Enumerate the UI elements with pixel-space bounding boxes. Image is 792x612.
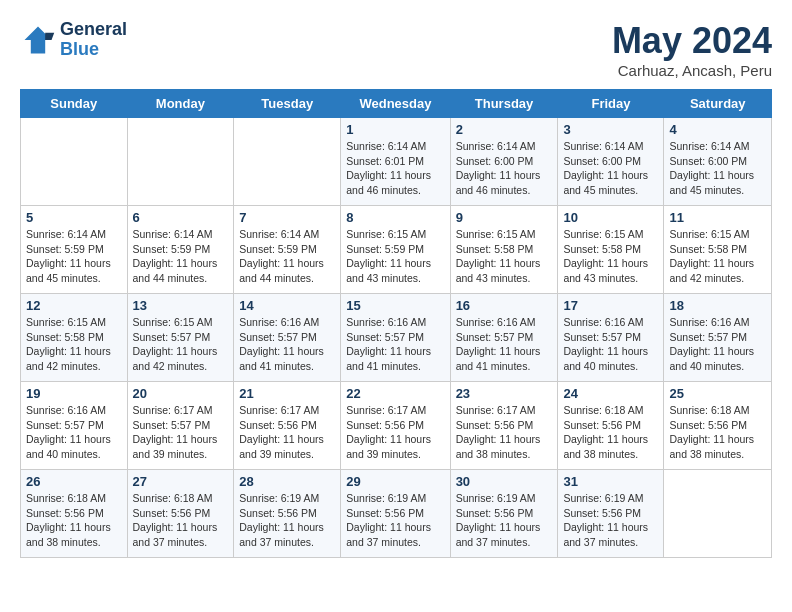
- calendar-cell: 12Sunrise: 6:15 AM Sunset: 5:58 PM Dayli…: [21, 294, 128, 382]
- calendar-week-row: 12Sunrise: 6:15 AM Sunset: 5:58 PM Dayli…: [21, 294, 772, 382]
- weekday-header: Thursday: [450, 90, 558, 118]
- calendar-cell: 19Sunrise: 6:16 AM Sunset: 5:57 PM Dayli…: [21, 382, 128, 470]
- day-number: 26: [26, 474, 122, 489]
- day-info: Sunrise: 6:18 AM Sunset: 5:56 PM Dayligh…: [133, 491, 229, 550]
- logo-line2: Blue: [60, 40, 127, 60]
- day-number: 14: [239, 298, 335, 313]
- day-number: 1: [346, 122, 444, 137]
- calendar-week-row: 19Sunrise: 6:16 AM Sunset: 5:57 PM Dayli…: [21, 382, 772, 470]
- logo-text: General Blue: [60, 20, 127, 60]
- day-number: 24: [563, 386, 658, 401]
- day-number: 5: [26, 210, 122, 225]
- weekday-header: Friday: [558, 90, 664, 118]
- day-info: Sunrise: 6:17 AM Sunset: 5:56 PM Dayligh…: [346, 403, 444, 462]
- calendar-cell: 31Sunrise: 6:19 AM Sunset: 5:56 PM Dayli…: [558, 470, 664, 558]
- day-info: Sunrise: 6:17 AM Sunset: 5:56 PM Dayligh…: [239, 403, 335, 462]
- calendar-cell: 10Sunrise: 6:15 AM Sunset: 5:58 PM Dayli…: [558, 206, 664, 294]
- calendar-cell: 18Sunrise: 6:16 AM Sunset: 5:57 PM Dayli…: [664, 294, 772, 382]
- day-number: 15: [346, 298, 444, 313]
- day-number: 12: [26, 298, 122, 313]
- day-info: Sunrise: 6:15 AM Sunset: 5:58 PM Dayligh…: [563, 227, 658, 286]
- day-info: Sunrise: 6:14 AM Sunset: 6:00 PM Dayligh…: [669, 139, 766, 198]
- calendar-cell: 27Sunrise: 6:18 AM Sunset: 5:56 PM Dayli…: [127, 470, 234, 558]
- calendar-cell: [127, 118, 234, 206]
- calendar-cell: 2Sunrise: 6:14 AM Sunset: 6:00 PM Daylig…: [450, 118, 558, 206]
- day-number: 9: [456, 210, 553, 225]
- day-number: 25: [669, 386, 766, 401]
- title-block: May 2024 Carhuaz, Ancash, Peru: [612, 20, 772, 79]
- weekday-header: Sunday: [21, 90, 128, 118]
- logo: General Blue: [20, 20, 127, 60]
- calendar-cell: 3Sunrise: 6:14 AM Sunset: 6:00 PM Daylig…: [558, 118, 664, 206]
- calendar-cell: 15Sunrise: 6:16 AM Sunset: 5:57 PM Dayli…: [341, 294, 450, 382]
- calendar-cell: 8Sunrise: 6:15 AM Sunset: 5:59 PM Daylig…: [341, 206, 450, 294]
- day-number: 31: [563, 474, 658, 489]
- day-number: 6: [133, 210, 229, 225]
- day-info: Sunrise: 6:18 AM Sunset: 5:56 PM Dayligh…: [563, 403, 658, 462]
- day-number: 23: [456, 386, 553, 401]
- location-subtitle: Carhuaz, Ancash, Peru: [612, 62, 772, 79]
- day-info: Sunrise: 6:15 AM Sunset: 5:58 PM Dayligh…: [26, 315, 122, 374]
- calendar-cell: 29Sunrise: 6:19 AM Sunset: 5:56 PM Dayli…: [341, 470, 450, 558]
- day-number: 20: [133, 386, 229, 401]
- day-number: 7: [239, 210, 335, 225]
- day-number: 19: [26, 386, 122, 401]
- day-info: Sunrise: 6:16 AM Sunset: 5:57 PM Dayligh…: [456, 315, 553, 374]
- svg-marker-1: [45, 33, 54, 40]
- calendar-cell: 9Sunrise: 6:15 AM Sunset: 5:58 PM Daylig…: [450, 206, 558, 294]
- calendar-cell: 14Sunrise: 6:16 AM Sunset: 5:57 PM Dayli…: [234, 294, 341, 382]
- calendar-cell: [21, 118, 128, 206]
- calendar-cell: 24Sunrise: 6:18 AM Sunset: 5:56 PM Dayli…: [558, 382, 664, 470]
- day-number: 11: [669, 210, 766, 225]
- page-header: General Blue May 2024 Carhuaz, Ancash, P…: [20, 20, 772, 79]
- day-number: 2: [456, 122, 553, 137]
- calendar-cell: 26Sunrise: 6:18 AM Sunset: 5:56 PM Dayli…: [21, 470, 128, 558]
- day-info: Sunrise: 6:16 AM Sunset: 5:57 PM Dayligh…: [346, 315, 444, 374]
- calendar-week-row: 5Sunrise: 6:14 AM Sunset: 5:59 PM Daylig…: [21, 206, 772, 294]
- calendar-cell: [664, 470, 772, 558]
- calendar-cell: 1Sunrise: 6:14 AM Sunset: 6:01 PM Daylig…: [341, 118, 450, 206]
- calendar-cell: 17Sunrise: 6:16 AM Sunset: 5:57 PM Dayli…: [558, 294, 664, 382]
- day-info: Sunrise: 6:15 AM Sunset: 5:58 PM Dayligh…: [456, 227, 553, 286]
- day-number: 21: [239, 386, 335, 401]
- day-number: 13: [133, 298, 229, 313]
- calendar-cell: 22Sunrise: 6:17 AM Sunset: 5:56 PM Dayli…: [341, 382, 450, 470]
- day-info: Sunrise: 6:14 AM Sunset: 5:59 PM Dayligh…: [26, 227, 122, 286]
- calendar-cell: 23Sunrise: 6:17 AM Sunset: 5:56 PM Dayli…: [450, 382, 558, 470]
- day-info: Sunrise: 6:19 AM Sunset: 5:56 PM Dayligh…: [239, 491, 335, 550]
- day-info: Sunrise: 6:16 AM Sunset: 5:57 PM Dayligh…: [563, 315, 658, 374]
- calendar-cell: [234, 118, 341, 206]
- day-info: Sunrise: 6:18 AM Sunset: 5:56 PM Dayligh…: [26, 491, 122, 550]
- calendar-week-row: 26Sunrise: 6:18 AM Sunset: 5:56 PM Dayli…: [21, 470, 772, 558]
- calendar-cell: 13Sunrise: 6:15 AM Sunset: 5:57 PM Dayli…: [127, 294, 234, 382]
- calendar-cell: 4Sunrise: 6:14 AM Sunset: 6:00 PM Daylig…: [664, 118, 772, 206]
- month-title: May 2024: [612, 20, 772, 62]
- day-number: 29: [346, 474, 444, 489]
- day-number: 17: [563, 298, 658, 313]
- day-info: Sunrise: 6:19 AM Sunset: 5:56 PM Dayligh…: [563, 491, 658, 550]
- weekday-header: Wednesday: [341, 90, 450, 118]
- weekday-header: Monday: [127, 90, 234, 118]
- day-info: Sunrise: 6:14 AM Sunset: 6:00 PM Dayligh…: [563, 139, 658, 198]
- day-number: 8: [346, 210, 444, 225]
- day-info: Sunrise: 6:16 AM Sunset: 5:57 PM Dayligh…: [26, 403, 122, 462]
- day-number: 30: [456, 474, 553, 489]
- calendar-cell: 11Sunrise: 6:15 AM Sunset: 5:58 PM Dayli…: [664, 206, 772, 294]
- day-info: Sunrise: 6:15 AM Sunset: 5:59 PM Dayligh…: [346, 227, 444, 286]
- calendar-table: SundayMondayTuesdayWednesdayThursdayFrid…: [20, 89, 772, 558]
- day-info: Sunrise: 6:14 AM Sunset: 6:00 PM Dayligh…: [456, 139, 553, 198]
- day-number: 3: [563, 122, 658, 137]
- calendar-cell: 16Sunrise: 6:16 AM Sunset: 5:57 PM Dayli…: [450, 294, 558, 382]
- weekday-header: Saturday: [664, 90, 772, 118]
- calendar-cell: 28Sunrise: 6:19 AM Sunset: 5:56 PM Dayli…: [234, 470, 341, 558]
- day-number: 18: [669, 298, 766, 313]
- day-number: 22: [346, 386, 444, 401]
- calendar-cell: 20Sunrise: 6:17 AM Sunset: 5:57 PM Dayli…: [127, 382, 234, 470]
- day-info: Sunrise: 6:16 AM Sunset: 5:57 PM Dayligh…: [239, 315, 335, 374]
- calendar-cell: 5Sunrise: 6:14 AM Sunset: 5:59 PM Daylig…: [21, 206, 128, 294]
- calendar-cell: 6Sunrise: 6:14 AM Sunset: 5:59 PM Daylig…: [127, 206, 234, 294]
- day-info: Sunrise: 6:14 AM Sunset: 6:01 PM Dayligh…: [346, 139, 444, 198]
- day-number: 27: [133, 474, 229, 489]
- logo-icon: [20, 22, 56, 58]
- calendar-cell: 30Sunrise: 6:19 AM Sunset: 5:56 PM Dayli…: [450, 470, 558, 558]
